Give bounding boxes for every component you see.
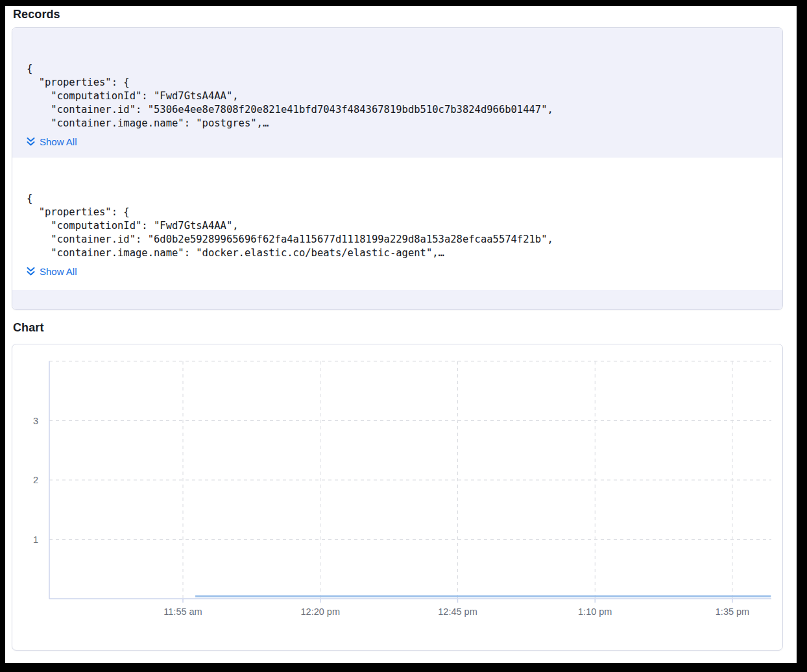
code-line: "properties": { xyxy=(27,76,767,90)
code-line: "container.image.name": "postgres",… xyxy=(27,117,767,130)
code-line: "container.id": "5306e4ee8e7808f20e821e4… xyxy=(27,103,767,117)
show-all-label: Show All xyxy=(40,266,77,277)
code-line: { xyxy=(27,192,767,206)
chart-canvas[interactable]: 12311:55 am12:20 pm12:45 pm1:10 pm1:35 p… xyxy=(12,344,783,651)
double-chevron-down-icon xyxy=(27,267,35,276)
record-row: { "properties": { "computationId": "Fwd7… xyxy=(12,158,782,290)
show-all-link[interactable]: Show All xyxy=(27,136,77,147)
panel-background: Records { "properties": { "computationId… xyxy=(5,6,797,663)
code-line: "computationId": "Fwd7GtsA4AA", xyxy=(27,219,767,233)
code-line: "container.image.name": "docker.elastic.… xyxy=(27,246,767,260)
double-chevron-down-icon xyxy=(27,137,35,147)
records-card: { "properties": { "computationId": "Fwd7… xyxy=(12,27,783,310)
code-line: "properties": { xyxy=(27,206,767,219)
code-line: { xyxy=(27,62,767,76)
x-tick-label: 12:45 pm xyxy=(438,606,477,617)
x-tick-label: 11:55 am xyxy=(163,606,202,617)
records-section-heading: Records xyxy=(13,8,60,21)
x-tick-label: 1:35 pm xyxy=(716,606,749,617)
y-tick-label: 2 xyxy=(33,475,38,485)
x-tick-label: 1:10 pm xyxy=(578,606,612,617)
record-json-preview: { "properties": { "computationId": "Fwd7… xyxy=(27,192,767,260)
record-json-preview: { "properties": { "computationId": "Fwd7… xyxy=(27,62,767,130)
x-tick-label: 12:20 pm xyxy=(301,606,340,617)
record-row-partial xyxy=(12,290,782,310)
chart-card: 12311:55 am12:20 pm12:45 pm1:10 pm1:35 p… xyxy=(12,344,783,651)
show-all-link[interactable]: Show All xyxy=(27,266,77,277)
y-tick-label: 3 xyxy=(33,416,38,426)
show-all-label: Show All xyxy=(40,136,77,147)
code-line: "computationId": "Fwd7GtsA4AA", xyxy=(27,90,767,103)
y-tick-label: 1 xyxy=(33,534,38,545)
code-line: "container.id": "6d0b2e59289965696f62fa4… xyxy=(27,233,767,246)
record-row: { "properties": { "computationId": "Fwd7… xyxy=(12,28,782,158)
chart-section-heading: Chart xyxy=(13,321,44,335)
